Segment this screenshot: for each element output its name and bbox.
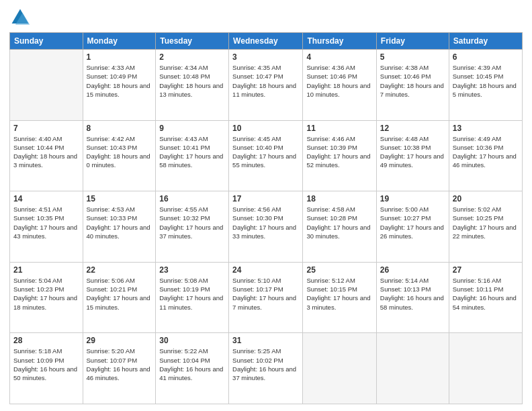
day-cell: 26Sunrise: 5:14 AMSunset: 10:13 PMDaylig… (376, 262, 449, 333)
week-row-1: 1Sunrise: 4:33 AMSunset: 10:49 PMDayligh… (10, 50, 523, 121)
day-number: 4 (306, 52, 372, 62)
day-cell: 11Sunrise: 4:46 AMSunset: 10:39 PMDaylig… (303, 120, 376, 191)
day-cell: 12Sunrise: 4:48 AMSunset: 10:38 PMDaylig… (376, 120, 449, 191)
day-cell: 10Sunrise: 4:45 AMSunset: 10:40 PMDaylig… (229, 120, 303, 191)
day-detail: Sunrise: 5:18 AMSunset: 10:09 PMDaylight… (13, 347, 79, 382)
day-number: 6 (453, 52, 519, 62)
day-number: 20 (453, 194, 519, 203)
day-cell: 13Sunrise: 4:49 AMSunset: 10:36 PMDaylig… (449, 120, 522, 191)
day-number: 16 (159, 194, 225, 203)
day-number: 13 (453, 124, 519, 133)
day-detail: Sunrise: 4:39 AMSunset: 10:45 PMDaylight… (453, 63, 519, 99)
day-cell: 8Sunrise: 4:42 AMSunset: 10:43 PMDayligh… (83, 120, 156, 191)
day-cell: 17Sunrise: 4:56 AMSunset: 10:30 PMDaylig… (229, 191, 303, 263)
day-cell: 28Sunrise: 5:18 AMSunset: 10:09 PMDaylig… (10, 333, 83, 404)
day-cell: 3Sunrise: 4:35 AMSunset: 10:47 PMDayligh… (229, 50, 303, 121)
day-cell: 6Sunrise: 4:39 AMSunset: 10:45 PMDayligh… (449, 50, 522, 121)
day-cell (10, 50, 83, 121)
day-detail: Sunrise: 5:20 AMSunset: 10:07 PMDaylight… (87, 347, 152, 382)
day-detail: Sunrise: 4:38 AMSunset: 10:46 PMDaylight… (380, 63, 445, 99)
day-detail: Sunrise: 5:06 AMSunset: 10:21 PMDaylight… (87, 276, 152, 312)
day-detail: Sunrise: 5:04 AMSunset: 10:23 PMDaylight… (13, 276, 79, 312)
day-detail: Sunrise: 4:56 AMSunset: 10:30 PMDaylight… (232, 205, 299, 240)
weekday-thursday: Thursday (303, 33, 376, 50)
day-cell: 24Sunrise: 5:10 AMSunset: 10:17 PMDaylig… (229, 262, 303, 333)
day-number: 18 (306, 194, 372, 203)
weekday-wednesday: Wednesday (229, 33, 303, 50)
day-cell: 16Sunrise: 4:55 AMSunset: 10:32 PMDaylig… (156, 191, 229, 263)
day-detail: Sunrise: 5:00 AMSunset: 10:27 PMDaylight… (380, 205, 445, 240)
day-cell: 23Sunrise: 5:08 AMSunset: 10:19 PMDaylig… (156, 262, 229, 333)
logo (9, 7, 34, 28)
day-number: 21 (13, 265, 79, 275)
day-detail: Sunrise: 4:40 AMSunset: 10:44 PMDaylight… (13, 134, 79, 170)
weekday-header-row: SundayMondayTuesdayWednesdayThursdayFrid… (10, 33, 523, 50)
day-number: 24 (232, 265, 299, 275)
day-number: 9 (159, 124, 225, 133)
day-number: 30 (159, 336, 225, 345)
weekday-sunday: Sunday (10, 33, 83, 50)
day-detail: Sunrise: 5:12 AMSunset: 10:15 PMDaylight… (306, 276, 372, 312)
day-detail: Sunrise: 4:46 AMSunset: 10:39 PMDaylight… (306, 134, 372, 170)
week-row-3: 14Sunrise: 4:51 AMSunset: 10:35 PMDaylig… (10, 191, 523, 263)
day-number: 2 (159, 52, 225, 62)
calendar-body: 1Sunrise: 4:33 AMSunset: 10:49 PMDayligh… (10, 50, 523, 404)
day-detail: Sunrise: 4:53 AMSunset: 10:33 PMDaylight… (87, 205, 152, 240)
calendar-page: SundayMondayTuesdayWednesdayThursdayFrid… (0, 0, 532, 411)
day-detail: Sunrise: 5:02 AMSunset: 10:25 PMDaylight… (453, 205, 519, 240)
day-number: 28 (13, 336, 79, 345)
week-row-4: 21Sunrise: 5:04 AMSunset: 10:23 PMDaylig… (10, 262, 523, 333)
week-row-5: 28Sunrise: 5:18 AMSunset: 10:09 PMDaylig… (10, 333, 523, 404)
day-number: 3 (232, 52, 299, 62)
day-number: 23 (159, 265, 225, 275)
day-number: 14 (13, 194, 79, 203)
weekday-monday: Monday (83, 33, 156, 50)
day-cell: 27Sunrise: 5:16 AMSunset: 10:11 PMDaylig… (449, 262, 522, 333)
day-cell: 9Sunrise: 4:43 AMSunset: 10:41 PMDayligh… (156, 120, 229, 191)
day-detail: Sunrise: 5:14 AMSunset: 10:13 PMDaylight… (380, 276, 445, 312)
day-number: 7 (13, 124, 79, 133)
calendar-table: SundayMondayTuesdayWednesdayThursdayFrid… (9, 32, 523, 404)
weekday-friday: Friday (376, 33, 449, 50)
day-detail: Sunrise: 5:10 AMSunset: 10:17 PMDaylight… (232, 276, 299, 312)
day-cell: 22Sunrise: 5:06 AMSunset: 10:21 PMDaylig… (83, 262, 156, 333)
day-cell: 5Sunrise: 4:38 AMSunset: 10:46 PMDayligh… (376, 50, 449, 121)
day-number: 12 (380, 124, 445, 133)
weekday-tuesday: Tuesday (156, 33, 229, 50)
day-cell: 4Sunrise: 4:36 AMSunset: 10:46 PMDayligh… (303, 50, 376, 121)
day-cell: 2Sunrise: 4:34 AMSunset: 10:48 PMDayligh… (156, 50, 229, 121)
day-detail: Sunrise: 4:55 AMSunset: 10:32 PMDaylight… (159, 205, 225, 240)
day-detail: Sunrise: 4:36 AMSunset: 10:46 PMDaylight… (306, 63, 372, 99)
day-cell: 15Sunrise: 4:53 AMSunset: 10:33 PMDaylig… (83, 191, 156, 263)
week-row-2: 7Sunrise: 4:40 AMSunset: 10:44 PMDayligh… (10, 120, 523, 191)
day-cell: 14Sunrise: 4:51 AMSunset: 10:35 PMDaylig… (10, 191, 83, 263)
day-cell: 21Sunrise: 5:04 AMSunset: 10:23 PMDaylig… (10, 262, 83, 333)
day-number: 26 (380, 265, 445, 275)
day-number: 22 (87, 265, 152, 275)
day-detail: Sunrise: 4:49 AMSunset: 10:36 PMDaylight… (453, 134, 519, 170)
header (9, 7, 523, 28)
weekday-saturday: Saturday (449, 33, 522, 50)
day-number: 17 (232, 194, 299, 203)
day-cell (376, 333, 449, 404)
day-cell: 20Sunrise: 5:02 AMSunset: 10:25 PMDaylig… (449, 191, 522, 263)
day-detail: Sunrise: 5:22 AMSunset: 10:04 PMDaylight… (159, 347, 225, 382)
day-cell: 29Sunrise: 5:20 AMSunset: 10:07 PMDaylig… (83, 333, 156, 404)
day-number: 11 (306, 124, 372, 133)
day-detail: Sunrise: 4:58 AMSunset: 10:28 PMDaylight… (306, 205, 372, 240)
day-cell (449, 333, 522, 404)
day-number: 29 (87, 336, 152, 345)
day-cell: 7Sunrise: 4:40 AMSunset: 10:44 PMDayligh… (10, 120, 83, 191)
day-detail: Sunrise: 4:33 AMSunset: 10:49 PMDaylight… (87, 63, 152, 99)
day-detail: Sunrise: 4:43 AMSunset: 10:41 PMDaylight… (159, 134, 225, 170)
day-cell: 25Sunrise: 5:12 AMSunset: 10:15 PMDaylig… (303, 262, 376, 333)
day-number: 5 (380, 52, 445, 62)
day-cell: 1Sunrise: 4:33 AMSunset: 10:49 PMDayligh… (83, 50, 156, 121)
day-detail: Sunrise: 5:08 AMSunset: 10:19 PMDaylight… (159, 276, 225, 312)
day-detail: Sunrise: 5:16 AMSunset: 10:11 PMDaylight… (453, 276, 519, 312)
day-cell: 19Sunrise: 5:00 AMSunset: 10:27 PMDaylig… (376, 191, 449, 263)
day-detail: Sunrise: 4:48 AMSunset: 10:38 PMDaylight… (380, 134, 445, 170)
day-detail: Sunrise: 4:35 AMSunset: 10:47 PMDaylight… (232, 63, 299, 99)
day-number: 19 (380, 194, 445, 203)
day-number: 8 (87, 124, 152, 133)
